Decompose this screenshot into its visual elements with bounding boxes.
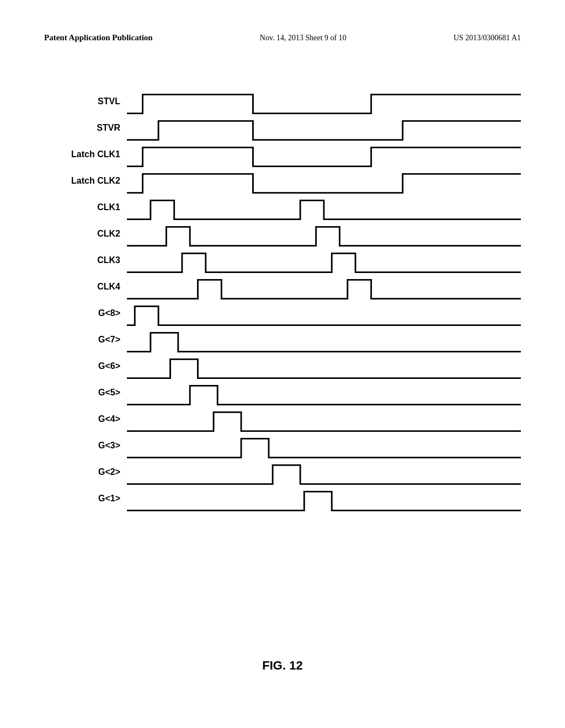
signal-waveform-clk3 [127,247,521,274]
signal-label-stvl: STVL [55,97,127,106]
signal-row-clk1: CLK1 [55,194,521,221]
signal-waveform-latch-clk1 [127,141,521,168]
signal-row-clk3: CLK3 [55,247,521,274]
signal-waveform-g4 [127,406,521,432]
signal-label-g7: G<7> [55,335,127,345]
figure-caption: FIG. 12 [0,659,565,673]
page-header: Patent Application Publication Nov. 14, … [0,33,565,42]
timing-diagram: STVL STVR Latch CLK1 [55,88,521,512]
signal-label-latch-clk1: Latch CLK1 [55,149,127,159]
signal-label-g1: G<1> [55,494,127,504]
signal-waveform-stvl [127,88,521,115]
signal-row-latch-clk1: Latch CLK1 [55,141,521,168]
signal-label-clk2: CLK2 [55,229,127,239]
signal-waveform-g1 [127,485,521,512]
signal-label-g6: G<6> [55,361,127,371]
signal-label-clk3: CLK3 [55,255,127,265]
signal-label-g5: G<5> [55,388,127,398]
signal-waveform-g6 [127,353,521,379]
signal-row-clk4: CLK4 [55,274,521,300]
signal-waveform-clk1 [127,194,521,221]
page: Patent Application Publication Nov. 14, … [0,0,565,728]
signal-waveform-g7 [127,326,521,353]
signal-label-g3: G<3> [55,441,127,451]
signal-label-clk1: CLK1 [55,202,127,212]
signal-waveform-clk2 [127,221,521,247]
signal-row-g2: G<2> [55,459,521,485]
signal-waveform-g2 [127,459,521,485]
signal-label-g4: G<4> [55,414,127,424]
signal-row-g6: G<6> [55,353,521,379]
signal-row-clk2: CLK2 [55,221,521,247]
signal-label-g8: G<8> [55,308,127,318]
signal-row-stvl: STVL [55,88,521,115]
signal-row-g5: G<5> [55,379,521,406]
signal-row-g4: G<4> [55,406,521,432]
signal-waveform-g3 [127,432,521,459]
signal-row-latch-clk2: Latch CLK2 [55,168,521,194]
patent-number-label: US 2013/0300681 A1 [454,34,521,42]
signal-waveform-stvr [127,115,521,141]
signal-row-g8: G<8> [55,300,521,326]
signal-waveform-latch-clk2 [127,168,521,194]
signal-row-stvr: STVR [55,115,521,141]
signal-waveform-g5 [127,379,521,406]
signal-row-g3: G<3> [55,432,521,459]
date-sheet-label: Nov. 14, 2013 Sheet 9 of 10 [260,34,347,42]
signal-label-g2: G<2> [55,467,127,477]
signal-row-g1: G<1> [55,485,521,512]
signal-label-clk4: CLK4 [55,282,127,292]
publication-label: Patent Application Publication [44,33,153,42]
signal-label-stvr: STVR [55,123,127,133]
signal-waveform-clk4 [127,274,521,300]
signal-waveform-g8 [127,300,521,326]
signal-label-latch-clk2: Latch CLK2 [55,176,127,186]
signal-row-g7: G<7> [55,326,521,353]
